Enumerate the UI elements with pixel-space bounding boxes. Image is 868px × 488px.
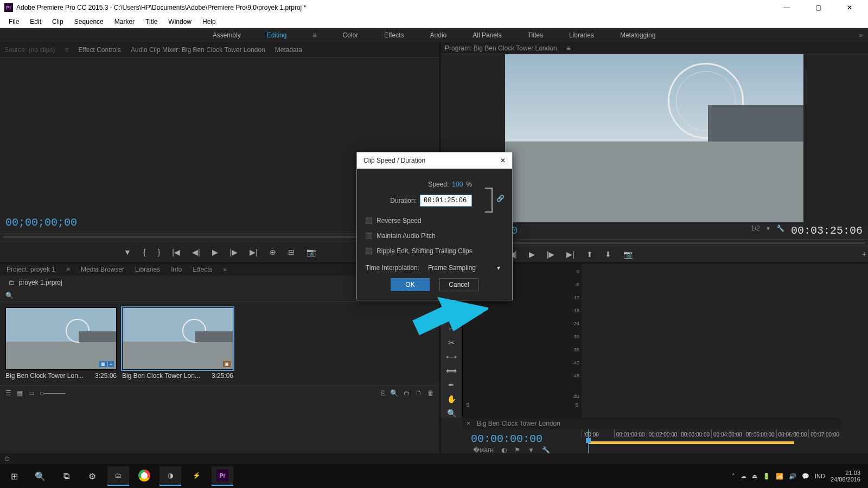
tab-info[interactable]: Info [171, 266, 182, 273]
list-view-icon[interactable]: ☰ [5, 389, 11, 397]
tray-battery-icon[interactable]: 🔋 [763, 473, 770, 480]
goto-out-icon[interactable]: ▶| [566, 250, 575, 259]
ws-effects[interactable]: Effects [382, 31, 406, 39]
program-timecode-right[interactable]: 00:03:25:06 [791, 224, 863, 237]
goto-out-icon[interactable]: ▶| [250, 248, 258, 256]
delete-icon[interactable]: 🗑 [427, 389, 434, 397]
close-button[interactable]: ✕ [839, 2, 860, 14]
tray-action-center-icon[interactable]: 💬 [802, 473, 809, 480]
goto-in-icon[interactable]: |◀ [172, 248, 180, 256]
sequence-close-icon[interactable]: × [467, 420, 470, 427]
icon-view-icon[interactable]: ▦ [17, 389, 23, 397]
ws-editing-menu[interactable]: ≡ [310, 31, 318, 39]
export-frame-icon[interactable]: 📷 [623, 250, 633, 259]
chrome-app[interactable] [133, 466, 155, 486]
premiere-app[interactable]: Pr [212, 466, 233, 486]
step-back-icon[interactable]: ◀| [192, 248, 200, 256]
tray-eject-icon[interactable]: ⏏ [752, 473, 757, 480]
timeline-timecode[interactable]: 00:00:00:00 [467, 432, 577, 446]
duration-input[interactable] [420, 195, 472, 207]
app-2[interactable]: ◑ [159, 466, 181, 486]
tab-source-menu[interactable]: ≡ [65, 46, 68, 54]
tab-media-browser[interactable]: Media Browser [81, 266, 124, 273]
menu-file[interactable]: File [3, 18, 24, 25]
bin-item-0[interactable]: ▦≡ Big Ben Clock Tower Lon...3:25:06 [5, 307, 117, 380]
pen-tool-icon[interactable]: ✒ [448, 381, 455, 389]
tray-caret-icon[interactable]: ˄ [732, 473, 735, 480]
cancel-button[interactable]: Cancel [439, 278, 478, 291]
step-fwd-icon[interactable]: |▶ [230, 248, 238, 256]
interpolation-select[interactable]: Frame Sampling ▾ [425, 263, 503, 273]
slip-tool-icon[interactable]: ⟷ [446, 352, 457, 361]
tab-project-menu[interactable]: ≡ [66, 266, 70, 273]
program-monitor[interactable] [505, 54, 803, 222]
zoom-tool-icon[interactable]: 🔍 [447, 409, 456, 418]
app-3[interactable]: ⚡ [186, 466, 207, 486]
settings-button[interactable]: ⚙ [81, 466, 103, 486]
tab-audio-mixer[interactable]: Audio Clip Mixer: Big Ben Clock Tower Lo… [131, 46, 265, 54]
sequence-tab[interactable]: Big Ben Clock Tower London [477, 420, 560, 427]
menu-sequence[interactable]: Sequence [69, 18, 109, 25]
ws-metalogging[interactable]: Metalogging [618, 31, 658, 39]
tray-volume-icon[interactable]: 🔊 [789, 473, 796, 480]
search-button[interactable]: 🔍 [29, 466, 51, 486]
ws-all-panels[interactable]: All Panels [470, 31, 503, 39]
ok-button[interactable]: OK [391, 278, 430, 291]
tab-libraries[interactable]: Libraries [135, 266, 160, 273]
ws-assembly[interactable]: Assembly [210, 31, 243, 39]
add-button-icon[interactable]: ＋ [860, 249, 868, 259]
rolling-tool-icon[interactable]: ⇆ [448, 310, 455, 319]
menu-help[interactable]: Help [197, 18, 221, 25]
source-timecode[interactable]: 00;00;00;00 [5, 216, 77, 229]
wrench-icon[interactable]: 🔧 [776, 224, 784, 237]
insert-icon[interactable]: ⊕ [270, 248, 276, 256]
workspace-overflow[interactable]: » [859, 31, 863, 39]
menu-clip[interactable]: Clip [47, 18, 69, 25]
menu-window[interactable]: Window [163, 18, 197, 25]
razor-tool-icon[interactable]: ✂ [448, 338, 455, 347]
play-icon[interactable]: ▶ [529, 250, 535, 259]
snap-icon[interactable]: �магн [473, 446, 494, 454]
overwrite-icon[interactable]: ⊟ [288, 248, 295, 256]
tab-program-menu[interactable]: ≡ [567, 44, 571, 52]
ws-color[interactable]: Color [340, 31, 360, 39]
dialog-close-icon[interactable]: ✕ [500, 157, 506, 164]
hand-tool-icon[interactable]: ✋ [447, 395, 456, 403]
freeform-view-icon[interactable]: ▭ [28, 389, 34, 397]
out-point-icon[interactable]: } [158, 248, 161, 256]
maximize-button[interactable]: ▢ [807, 2, 829, 14]
slide-tool-icon[interactable]: ⟺ [446, 367, 457, 375]
speed-value[interactable]: 100 [452, 181, 463, 188]
tab-effect-controls[interactable]: Effect Controls [78, 46, 120, 54]
task-view-button[interactable]: ⧉ [55, 466, 77, 486]
tray-lang[interactable]: IND [815, 473, 825, 479]
tab-effects-panel[interactable]: Effects [193, 266, 212, 273]
search-icon[interactable]: 🔍 [5, 292, 14, 299]
tab-project[interactable]: Project: proyek 1 [7, 266, 55, 273]
ws-libraries[interactable]: Libraries [567, 31, 596, 39]
rate-stretch-tool-icon[interactable]: ↔ [448, 324, 455, 333]
tl-marker-icon[interactable]: ▼ [528, 446, 534, 454]
tabs-overflow[interactable]: » [224, 266, 227, 273]
marker-icon[interactable]: ▼ [124, 248, 131, 256]
explorer-app[interactable]: 🗂 [107, 466, 129, 486]
tab-source[interactable]: Source: (no clips) [4, 46, 55, 54]
maintain-pitch-checkbox[interactable] [366, 233, 372, 239]
marker-add-icon[interactable]: ⚑ [514, 446, 520, 454]
new-item-icon[interactable]: 🗋 [416, 389, 422, 397]
ws-editing[interactable]: Editing [265, 31, 289, 39]
zoom-slider[interactable]: ○──── [40, 389, 66, 397]
step-fwd-icon[interactable]: |▶ [547, 250, 555, 259]
export-frame-icon[interactable]: 📷 [307, 248, 316, 256]
work-area-bar[interactable] [588, 441, 794, 444]
zoom-level[interactable]: 1/2 [751, 224, 760, 237]
tray-clock[interactable]: 21.03 24/06/2016 [831, 470, 860, 483]
ws-audio[interactable]: Audio [428, 31, 449, 39]
ws-titles[interactable]: Titles [526, 31, 545, 39]
tray-onedrive-icon[interactable]: ☁ [741, 473, 746, 480]
ripple-edit-checkbox[interactable] [366, 248, 372, 254]
menu-title[interactable]: Title [140, 18, 163, 25]
menu-marker[interactable]: Marker [109, 18, 140, 25]
automate-icon[interactable]: ⎘ [381, 389, 385, 397]
zoom-caret-icon[interactable]: ▾ [767, 224, 770, 237]
